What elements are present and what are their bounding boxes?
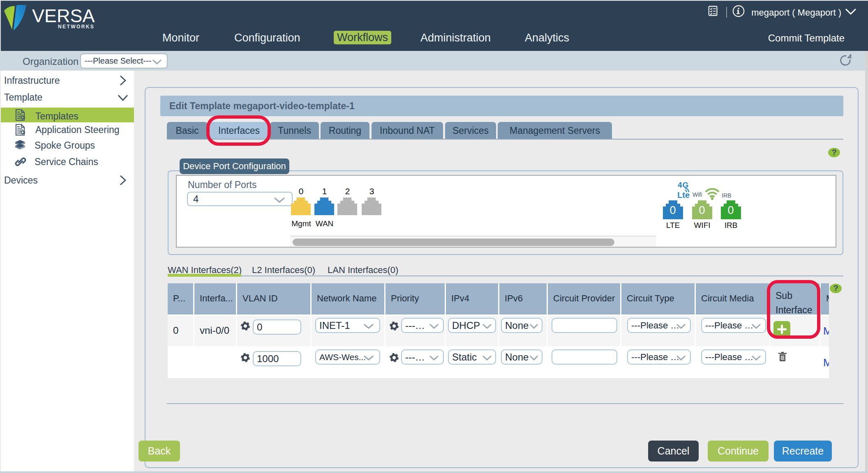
svg-text:0: 0 — [669, 204, 676, 216]
svg-text:0: 0 — [727, 204, 734, 216]
svg-text:0: 0 — [699, 204, 705, 216]
